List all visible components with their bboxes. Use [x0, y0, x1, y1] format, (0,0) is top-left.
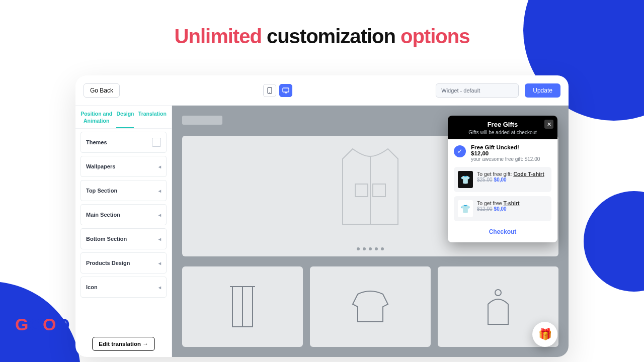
- accordion-main-section[interactable]: Main Section◂: [80, 204, 167, 225]
- gift-item[interactable]: 👕 To get free T-shirt $12,00$0,00: [454, 196, 551, 221]
- popup-subtitle: Gifts will be added at checkout: [454, 130, 551, 135]
- product-card: [310, 266, 431, 347]
- placeholder-bar: [182, 116, 222, 125]
- price-new: $0,00: [494, 177, 507, 183]
- go-back-button[interactable]: Go Back: [84, 83, 120, 98]
- headline-word-2: customization: [262, 25, 400, 47]
- accordion-label: Products Design: [86, 260, 130, 266]
- tab-position-animation[interactable]: Position and Animation: [80, 111, 112, 128]
- topbar: Go Back Widget - default Update: [75, 75, 569, 106]
- device-mobile-button[interactable]: [263, 84, 276, 97]
- unlock-subtext: your awesome free gift: $12.00: [471, 156, 540, 162]
- svg-rect-3: [285, 93, 287, 94]
- accordion-label: Top Section: [86, 188, 117, 194]
- popup-header: Free Gifts Gifts will be added at checko…: [448, 116, 557, 139]
- accordion-themes[interactable]: Themes: [80, 132, 167, 153]
- device-desktop-button[interactable]: [279, 84, 292, 97]
- unlock-message: ✓ Free Gift Uncked! $12,00 your awesome …: [454, 144, 551, 162]
- checkout-link[interactable]: Checkout: [454, 225, 551, 237]
- tab-design[interactable]: Design: [116, 111, 134, 128]
- accordion-top-section[interactable]: Top Section◂: [80, 180, 167, 201]
- chevron-left-icon: ◂: [158, 236, 161, 242]
- theme-thumb-icon: [152, 138, 161, 147]
- accordion-label: Icon: [86, 284, 98, 290]
- sidebar-tabs: Position and Animation Design Translatio…: [75, 106, 172, 129]
- page-headline: Unlimited customization options: [0, 25, 644, 48]
- edit-translation-button[interactable]: Edit translation →: [92, 337, 154, 351]
- headline-word-3: options: [400, 25, 469, 47]
- accordion-label: Wallpapers: [86, 163, 115, 169]
- price-new: $0,00: [494, 206, 507, 212]
- accordion-products-design[interactable]: Products Design◂: [80, 252, 167, 274]
- chevron-left-icon: ◂: [158, 212, 161, 218]
- app-frame: Go Back Widget - default Update Position…: [75, 75, 569, 357]
- headline-word-1: Unlimited: [175, 25, 262, 47]
- close-icon[interactable]: ✕: [544, 120, 553, 129]
- unlock-title: Free Gift Uncked!: [471, 144, 540, 150]
- gift-text: To get free: [477, 200, 504, 206]
- accordion-bottom-section[interactable]: Bottom Section◂: [80, 228, 167, 249]
- gift-name: T-shirt: [504, 200, 520, 206]
- update-button[interactable]: Update: [525, 83, 560, 98]
- accordion-label: Main Section: [86, 212, 120, 218]
- svg-point-4: [495, 290, 501, 296]
- brand-logo: GOOO: [15, 315, 70, 334]
- gift-text: To get free gift:: [477, 171, 513, 177]
- tab-translation[interactable]: Translation: [138, 111, 167, 128]
- svg-rect-2: [283, 88, 289, 92]
- popup-title: Free Gifts: [454, 121, 551, 128]
- chevron-left-icon: ◂: [158, 164, 161, 169]
- carousel-dots: [357, 247, 384, 250]
- preview-canvas: Free Gifts Gifts will be added at checko…: [172, 106, 569, 357]
- chevron-left-icon: ◂: [158, 188, 161, 194]
- svg-point-1: [269, 92, 270, 93]
- sidebar: Position and Animation Design Translatio…: [75, 106, 172, 357]
- device-toggle: [263, 84, 292, 97]
- price-old: $12,00: [477, 206, 493, 212]
- gift-icon: 🎁: [538, 328, 552, 341]
- shirt-illustration: [333, 144, 408, 229]
- chevron-left-icon: ◂: [158, 285, 161, 290]
- accordion-label: Themes: [86, 139, 107, 145]
- price-old: $25.00: [477, 177, 493, 183]
- accordion-icon[interactable]: Icon◂: [80, 277, 167, 298]
- check-icon: ✓: [454, 145, 466, 157]
- gift-thumb-icon: 👕: [458, 171, 473, 188]
- gift-item[interactable]: 👕 To get free gift: Code T-shirt $25.00$…: [454, 167, 551, 192]
- chevron-left-icon: ◂: [158, 260, 161, 266]
- widget-select[interactable]: Widget - default: [436, 83, 519, 98]
- accordion-wallpapers[interactable]: Wallpapers◂: [80, 156, 167, 177]
- free-gifts-popup: Free Gifts Gifts will be added at checko…: [448, 116, 557, 242]
- unlock-price: $12,00: [471, 150, 540, 156]
- accordion-label: Bottom Section: [86, 236, 127, 242]
- gift-name: Code T-shirt: [513, 171, 544, 177]
- gift-thumb-icon: 👕: [458, 200, 473, 217]
- gift-fab-button[interactable]: 🎁: [532, 322, 557, 347]
- product-card: [182, 266, 303, 347]
